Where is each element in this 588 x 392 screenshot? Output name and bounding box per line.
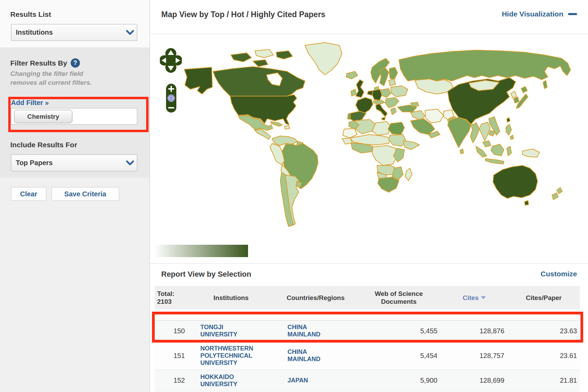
country-iran[interactable] [425,109,444,123]
country-mauritania[interactable] [343,128,357,138]
map-pan-control[interactable] [160,47,182,80]
map-zoom-control[interactable] [166,84,176,113]
country-link[interactable]: CHINA MAINLAND [287,324,327,338]
filter-note-line1: Changing the filter field [10,69,92,78]
results-list-dropdown-value: Institutions [11,28,123,36]
country-peru[interactable] [270,143,284,165]
country-ukraine[interactable] [391,86,408,97]
country-new-guinea[interactable] [522,149,540,157]
country-canada[interactable] [213,67,305,96]
add-filter-link[interactable]: Add Filter » [11,99,49,107]
country-taiwan[interactable] [507,117,510,122]
help-icon[interactable]: ? [71,58,80,68]
country-sumatra[interactable] [476,146,487,157]
country-alps[interactable] [374,100,385,104]
results-list-dropdown[interactable]: Institutions [11,24,137,41]
country-sri-lanka[interactable] [460,149,463,154]
country-usa[interactable] [230,95,297,125]
chevron-down-icon [123,30,137,35]
filter-chip-chemistry[interactable]: Chemistry [14,110,72,123]
table-row-150: 150TONGJI UNIVERSITYCHINA MAINLAND5,4551… [155,320,580,342]
cites-cell: 128,876 [441,327,508,335]
country-arctic-island[interactable] [255,49,273,58]
world-map-choropleth[interactable] [150,37,588,243]
country-cambodia[interactable] [489,130,495,136]
institution-link[interactable]: TONGJI UNIVERSITY [200,324,259,338]
country-sudan[interactable] [389,135,406,146]
country-arctic-island[interactable] [253,60,268,67]
country-link[interactable]: JAPAN [287,377,327,384]
country-caucasus[interactable] [411,102,419,106]
country-russia[interactable] [399,50,571,82]
results-table-header: Total: 2103 Institutions Countries/Regio… [155,286,580,309]
country-sulawesi[interactable] [507,146,511,156]
country-philippines[interactable] [506,124,511,135]
country-cuba[interactable] [271,122,282,126]
country-uk[interactable] [356,80,364,97]
country-india[interactable] [448,117,471,148]
country-france[interactable] [356,97,373,113]
country-new-zealand-north[interactable] [557,187,562,194]
country-poland[interactable] [380,89,391,97]
column-header-cites-per-paper[interactable]: Cites/Paper [508,294,580,302]
country-colombia-venezuela[interactable] [272,136,297,146]
country-south-korea[interactable] [514,97,519,103]
country-sakhalin[interactable] [543,80,547,89]
country-borneo[interactable] [491,144,504,156]
institution-link[interactable]: NORTHWESTERN POLYTECHNICAL UNIVERSITY [200,345,259,367]
documents-cell: 5,455 [357,327,441,335]
country-java[interactable] [485,159,504,164]
institution-link[interactable]: HOKKAIDO UNIVERSITY [200,373,259,388]
country-tasmania[interactable] [525,200,529,205]
country-new-zealand-south[interactable] [552,193,558,200]
country-link[interactable]: CHINA MAINLAND [287,348,327,363]
country-myanmar[interactable] [470,123,479,143]
country-ethiopia[interactable] [403,141,420,150]
country-arctic-island[interactable] [231,53,251,62]
cites-per-paper-cell: 21.81 [508,377,580,384]
country-greece[interactable] [391,108,396,115]
country-sweden[interactable] [380,68,389,86]
country-japan-hokkaido[interactable] [521,87,527,93]
institution-link-cell: HOKKAIDO UNIVERSITY [188,373,274,388]
country-italy[interactable] [376,104,387,117]
country-ireland[interactable] [351,89,356,96]
country-north-korea[interactable] [511,91,516,98]
country-drc[interactable] [372,146,397,165]
country-arctic-island[interactable] [276,51,293,59]
save-criteria-button[interactable]: Save Criteria [51,187,119,201]
country-central-america[interactable] [255,129,271,139]
country-finland[interactable] [389,67,398,80]
country-malaysia[interactable] [483,141,491,147]
column-header-institutions[interactable]: Institutions [188,294,274,302]
country-balkans[interactable] [385,97,399,108]
country-thailand[interactable] [479,122,490,141]
rank-cell: 152 [155,377,188,384]
country-australia[interactable] [493,165,538,198]
include-results-dropdown[interactable]: Top Papers [11,154,137,171]
active-filters-field[interactable]: Chemistry [11,108,137,125]
hide-visualization-link[interactable]: Hide Visualization [502,10,577,18]
cites-per-paper-cell: 23.63 [508,327,580,335]
column-header-total: Total: 2103 [155,290,188,305]
country-iceland[interactable] [346,71,358,79]
column-header-documents[interactable]: Web of Science Documents [357,290,441,305]
country-philippines-south[interactable] [510,135,514,139]
country-egypt[interactable] [388,122,404,135]
column-header-cites-sorted[interactable]: Cites [441,294,508,302]
clear-button[interactable]: Clear [11,187,46,201]
country-madagascar[interactable] [405,168,412,181]
country-baltics[interactable] [389,79,396,86]
country-greenland[interactable] [305,43,342,75]
customize-link[interactable]: Customize [541,270,577,278]
country-sicily[interactable] [382,117,385,120]
column-header-countries[interactable]: Countries/Regions [274,294,357,302]
country-paraguay-uruguay[interactable] [296,181,302,187]
country-south-africa[interactable] [378,177,399,192]
country-kazakhstan[interactable] [415,79,453,94]
filter-note: Changing the filter field removes all cu… [10,69,92,87]
country-alaska[interactable] [184,67,212,94]
country-portugal[interactable] [348,113,350,119]
institution-link-cell: TONGJI UNIVERSITY [188,324,274,338]
country-hispaniola[interactable] [284,126,290,129]
